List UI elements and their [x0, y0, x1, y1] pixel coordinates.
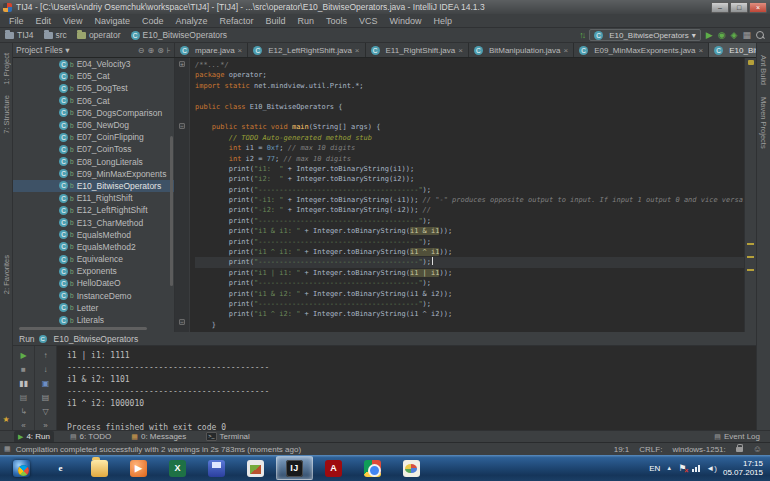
code-line[interactable]: print("i1 & i1: " + Integer.toBinaryStri…: [195, 226, 744, 236]
down-stack-button[interactable]: ↓: [36, 363, 56, 377]
code-line[interactable]: int i1 = 0xf; // max 10 digits: [195, 143, 744, 153]
hide-panel-icon[interactable]: ⊦: [167, 46, 171, 55]
editor-tab[interactable]: CE12_LeftRightShift.java×: [248, 43, 365, 57]
chrome-app[interactable]: [354, 456, 391, 480]
window-grid-icon[interactable]: ▦: [742, 29, 751, 41]
tree-item-E11_RightShift[interactable]: CbE11_RightShift: [13, 192, 174, 204]
code-line[interactable]: [195, 112, 744, 122]
code-line[interactable]: public class E10_BitwiseOperators {: [195, 102, 744, 112]
tree-item-E06_DogsComparison[interactable]: CbE06_DogsComparison: [13, 107, 174, 119]
menu-refactor[interactable]: Refactor: [213, 16, 259, 26]
toolwindow-switcher-icon[interactable]: ▦: [4, 444, 11, 454]
floppy-tool-app[interactable]: [198, 456, 235, 480]
code-line[interactable]: print("i1 ^ i2: " + Integer.toBinaryStri…: [195, 309, 744, 319]
intellij-idea-app[interactable]: IJ: [276, 456, 313, 480]
tree-item-EqualsMethod2[interactable]: CbEqualsMethod2: [13, 241, 174, 253]
tree-item-EqualsMethod[interactable]: CbEqualsMethod: [13, 229, 174, 241]
tree-item-Letter[interactable]: CbLetter: [13, 302, 174, 314]
code-line[interactable]: print("-i1: " + Integer.toBinaryString(-…: [195, 195, 744, 205]
code-line[interactable]: print("i2: " + Integer.toBinaryString(i2…: [195, 174, 744, 184]
close-button[interactable]: ×: [749, 2, 767, 13]
close-tab-icon[interactable]: ×: [458, 46, 463, 55]
menu-edit[interactable]: Edit: [30, 16, 58, 26]
tree-item-E08_LongLiterals[interactable]: CbE08_LongLiterals: [13, 156, 174, 168]
code-line[interactable]: print("i1 & i2: " + Integer.toBinaryStri…: [195, 289, 744, 299]
search-icon[interactable]: [756, 31, 765, 40]
code-line[interactable]: package operator;: [195, 70, 744, 80]
code-line[interactable]: int i2 = 77; // max 10 digits: [195, 154, 744, 164]
tree-item-E05_DogTest[interactable]: CbE05_DogTest: [13, 82, 174, 94]
media-player-app[interactable]: ▶: [120, 456, 157, 480]
internet-explorer-app[interactable]: e: [42, 456, 79, 480]
code-line[interactable]: /**...*/: [195, 60, 744, 70]
tree-item-Equivalence[interactable]: CbEquivalence: [13, 253, 174, 265]
up-stack-button[interactable]: ↑: [36, 349, 56, 363]
code-line[interactable]: print("i1 ^ i1: " + Integer.toBinaryStri…: [195, 247, 744, 257]
sync-icon[interactable]: ↑↓: [579, 29, 584, 41]
network-icon[interactable]: [692, 464, 700, 472]
title-bar[interactable]: TIJ4 - [C:\Users\Andriy Osemchuk\workspa…: [0, 0, 770, 14]
fold-collapse-icon[interactable]: −: [179, 123, 185, 129]
breadcrumb-item[interactable]: TIJ4: [5, 30, 34, 40]
adobe-reader-app[interactable]: A: [315, 456, 352, 480]
code-line[interactable]: [195, 91, 744, 101]
float-window-button[interactable]: ▣: [36, 377, 56, 391]
exit-button[interactable]: ↳: [14, 405, 34, 419]
minimize-button[interactable]: –: [711, 2, 729, 13]
line-separator-indicator[interactable]: CRLF:: [639, 445, 662, 454]
code-line[interactable]: print("i1 | i1: " + Integer.toBinaryStri…: [195, 268, 744, 278]
close-tab-icon[interactable]: ×: [563, 46, 568, 55]
toolwindow-project[interactable]: 1: Project: [2, 53, 11, 85]
windows-explorer-app[interactable]: [81, 456, 118, 480]
warning-mark[interactable]: [747, 269, 754, 271]
run-button[interactable]: ▶: [706, 29, 713, 41]
code-area[interactable]: /**...*/package operator;import static n…: [195, 60, 744, 330]
toolwindow-button-term[interactable]: >_Terminal: [202, 431, 254, 443]
toolwindow-button-run[interactable]: ▶4: Run: [14, 431, 54, 443]
warning-mark[interactable]: [747, 243, 754, 245]
editor-tab[interactable]: CE09_MinMaxExponents.java×: [574, 43, 709, 57]
editor-scrollbar[interactable]: [744, 58, 756, 332]
pin-tab-button[interactable]: ▤: [36, 391, 56, 405]
code-line[interactable]: // TODO Auto-generated method stub: [195, 133, 744, 143]
code-line[interactable]: print("---------------------------------…: [195, 216, 744, 226]
menu-code[interactable]: Code: [136, 16, 170, 26]
toolwindow-structure[interactable]: 7: Structure: [2, 95, 11, 134]
clear-output-button[interactable]: ▽: [36, 405, 56, 419]
code-line[interactable]: print("-i2: " + Integer.toBinaryString(-…: [195, 205, 744, 215]
restore-layout-button[interactable]: ▤: [14, 391, 34, 405]
menu-build[interactable]: Build: [259, 16, 291, 26]
tree-item-E13_CharMethod[interactable]: CbE13_CharMethod: [13, 216, 174, 228]
warning-mark[interactable]: [747, 256, 754, 258]
tree-item-E07_CoinToss[interactable]: CbE07_CoinToss: [13, 143, 174, 155]
start-button[interactable]: [3, 456, 40, 480]
fold-expand-icon[interactable]: +: [179, 61, 185, 67]
readonly-lock-icon[interactable]: [736, 447, 743, 452]
collapse-all-icon[interactable]: ⊖: [138, 46, 145, 55]
breadcrumb-item[interactable]: operator: [77, 30, 121, 40]
photo-viewer-app[interactable]: [237, 456, 274, 480]
tree-item-InstanceDemo[interactable]: CbInstanceDemo: [13, 290, 174, 302]
tree-item-E12_LeftRightShift[interactable]: CbE12_LeftRightShift: [13, 204, 174, 216]
menu-tools[interactable]: Tools: [320, 16, 353, 26]
code-line[interactable]: print("i1: " + Integer.toBinaryString(i1…: [195, 164, 744, 174]
encoding-indicator[interactable]: windows-1251:: [672, 445, 725, 454]
tree-item-E04_Velocity3[interactable]: CbE04_Velocity3: [13, 58, 174, 70]
menu-run[interactable]: Run: [292, 16, 321, 26]
event-log-button[interactable]: ▤ Event Log: [714, 432, 760, 442]
project-view-selector[interactable]: Project Files: [16, 45, 63, 55]
menu-view[interactable]: View: [57, 16, 88, 26]
run-panel-header[interactable]: Run C E10_BitwiseOperators: [13, 332, 756, 346]
language-indicator[interactable]: EN: [649, 464, 660, 473]
close-tab-icon[interactable]: ×: [699, 46, 704, 55]
close-tab-icon[interactable]: ×: [355, 46, 360, 55]
volume-icon[interactable]: ◄): [706, 464, 717, 473]
code-line[interactable]: print("---------------------------------…: [195, 257, 744, 267]
menu-vcs[interactable]: VCS: [353, 16, 384, 26]
tree-vertical-scrollbar[interactable]: [170, 136, 173, 286]
tree-item-E06_NewDog[interactable]: CbE06_NewDog: [13, 119, 174, 131]
editor-tab[interactable]: Cmpare.java×: [175, 43, 248, 57]
code-editor[interactable]: + − − /**...*/package operator;import st…: [175, 58, 744, 332]
toolwindow-button-msg[interactable]: ▦0: Messages: [127, 431, 190, 443]
project-panel-header[interactable]: Project Files ▾ ⊖⊕⊛⊦: [0, 43, 175, 57]
